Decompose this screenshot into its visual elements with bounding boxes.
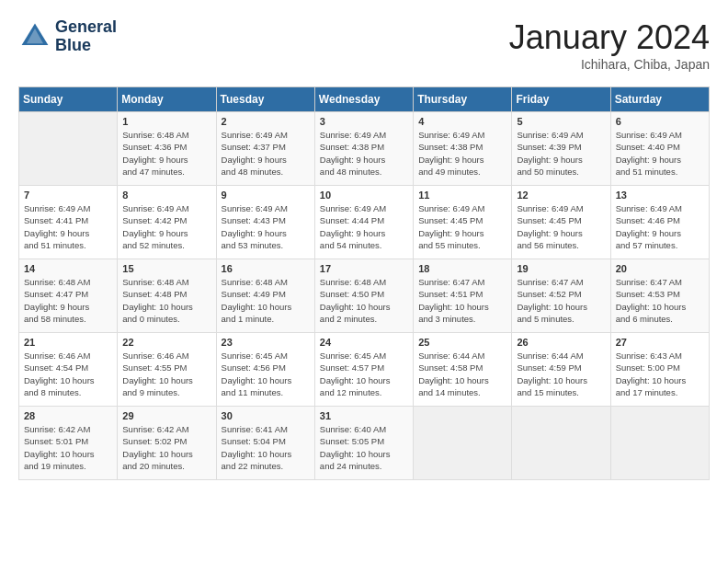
day-info: Sunrise: 6:49 AMSunset: 4:45 PMDaylight:… [418,202,506,251]
day-info: Sunrise: 6:49 AMSunset: 4:44 PMDaylight:… [320,202,408,251]
calendar-week-row: 28Sunrise: 6:42 AMSunset: 5:01 PMDayligh… [19,407,710,480]
calendar-cell: 13Sunrise: 6:49 AMSunset: 4:46 PMDayligh… [610,186,709,259]
logo-text: General Blue [55,18,117,55]
day-info: Sunrise: 6:47 AMSunset: 4:52 PMDaylight:… [517,276,605,325]
day-number: 9 [222,190,310,201]
calendar-cell: 30Sunrise: 6:41 AMSunset: 5:04 PMDayligh… [216,407,314,480]
weekday-header-cell: Monday [118,87,216,112]
day-number: 20 [616,263,704,274]
calendar-cell: 24Sunrise: 6:45 AMSunset: 4:57 PMDayligh… [314,333,413,407]
calendar-cell: 8Sunrise: 6:49 AMSunset: 4:42 PMDaylight… [118,186,216,259]
day-info: Sunrise: 6:48 AMSunset: 4:48 PMDaylight:… [122,276,210,325]
calendar-cell: 27Sunrise: 6:43 AMSunset: 5:00 PMDayligh… [610,333,709,407]
calendar-week-row: 14Sunrise: 6:48 AMSunset: 4:47 PMDayligh… [19,259,710,333]
day-number: 3 [320,116,408,127]
day-number: 11 [418,190,506,201]
day-info: Sunrise: 6:49 AMSunset: 4:38 PMDaylight:… [418,129,506,178]
calendar-cell: 16Sunrise: 6:48 AMSunset: 4:49 PMDayligh… [216,259,314,333]
day-info: Sunrise: 6:49 AMSunset: 4:43 PMDaylight:… [222,202,310,251]
day-info: Sunrise: 6:49 AMSunset: 4:41 PMDaylight:… [24,202,112,251]
title-block: January 2024 Ichihara, Chiba, Japan [509,18,710,72]
calendar-cell: 19Sunrise: 6:47 AMSunset: 4:52 PMDayligh… [512,259,610,333]
calendar-cell [414,407,512,480]
logo-icon [18,20,51,53]
day-number: 6 [616,116,704,127]
calendar-cell: 6Sunrise: 6:49 AMSunset: 4:40 PMDaylight… [610,112,709,186]
day-info: Sunrise: 6:48 AMSunset: 4:50 PMDaylight:… [320,276,408,325]
calendar-cell: 14Sunrise: 6:48 AMSunset: 4:47 PMDayligh… [19,259,118,333]
calendar-cell: 7Sunrise: 6:49 AMSunset: 4:41 PMDaylight… [19,186,118,259]
day-number: 15 [122,263,210,274]
calendar-cell: 31Sunrise: 6:40 AMSunset: 5:05 PMDayligh… [314,407,413,480]
day-info: Sunrise: 6:49 AMSunset: 4:39 PMDaylight:… [517,129,605,178]
day-info: Sunrise: 6:42 AMSunset: 5:02 PMDaylight:… [122,423,210,472]
location: Ichihara, Chiba, Japan [509,57,710,72]
calendar-week-row: 7Sunrise: 6:49 AMSunset: 4:41 PMDaylight… [19,186,710,259]
calendar-cell: 1Sunrise: 6:48 AMSunset: 4:36 PMDaylight… [118,112,216,186]
day-info: Sunrise: 6:45 AMSunset: 4:57 PMDaylight:… [320,350,408,398]
day-number: 24 [320,337,408,348]
calendar-cell: 26Sunrise: 6:44 AMSunset: 4:59 PMDayligh… [512,333,610,407]
day-number: 17 [320,263,408,274]
day-info: Sunrise: 6:44 AMSunset: 4:58 PMDaylight:… [418,350,506,398]
day-info: Sunrise: 6:46 AMSunset: 4:55 PMDaylight:… [122,350,210,398]
day-number: 30 [222,410,310,421]
calendar-cell: 23Sunrise: 6:45 AMSunset: 4:56 PMDayligh… [216,333,314,407]
calendar-cell: 15Sunrise: 6:48 AMSunset: 4:48 PMDayligh… [118,259,216,333]
logo: General Blue [18,18,117,55]
day-info: Sunrise: 6:48 AMSunset: 4:47 PMDaylight:… [24,276,112,325]
calendar-week-row: 21Sunrise: 6:46 AMSunset: 4:54 PMDayligh… [19,333,710,407]
day-info: Sunrise: 6:45 AMSunset: 4:56 PMDaylight:… [222,350,310,398]
weekday-header-cell: Wednesday [314,87,413,112]
day-info: Sunrise: 6:48 AMSunset: 4:36 PMDaylight:… [122,129,210,178]
calendar-body: 1Sunrise: 6:48 AMSunset: 4:36 PMDaylight… [19,112,710,480]
calendar-week-row: 1Sunrise: 6:48 AMSunset: 4:36 PMDaylight… [19,112,710,186]
day-number: 28 [24,410,112,421]
calendar-cell: 25Sunrise: 6:44 AMSunset: 4:58 PMDayligh… [414,333,512,407]
day-number: 10 [320,190,408,201]
calendar-cell: 17Sunrise: 6:48 AMSunset: 4:50 PMDayligh… [314,259,413,333]
calendar-cell: 2Sunrise: 6:49 AMSunset: 4:37 PMDaylight… [216,112,314,186]
day-number: 4 [418,116,506,127]
day-number: 22 [122,337,210,348]
calendar-cell: 20Sunrise: 6:47 AMSunset: 4:53 PMDayligh… [610,259,709,333]
day-number: 19 [517,263,605,274]
calendar-cell: 28Sunrise: 6:42 AMSunset: 5:01 PMDayligh… [19,407,118,480]
day-info: Sunrise: 6:47 AMSunset: 4:51 PMDaylight:… [418,276,506,325]
day-info: Sunrise: 6:49 AMSunset: 4:46 PMDaylight:… [616,202,704,251]
day-number: 16 [222,263,310,274]
calendar-cell: 5Sunrise: 6:49 AMSunset: 4:39 PMDaylight… [512,112,610,186]
day-info: Sunrise: 6:42 AMSunset: 5:01 PMDaylight:… [24,423,112,472]
day-number: 12 [517,190,605,201]
day-number: 18 [418,263,506,274]
calendar-cell: 18Sunrise: 6:47 AMSunset: 4:51 PMDayligh… [414,259,512,333]
calendar-table: SundayMondayTuesdayWednesdayThursdayFrid… [18,86,710,480]
weekday-header-cell: Sunday [19,87,118,112]
day-info: Sunrise: 6:49 AMSunset: 4:45 PMDaylight:… [517,202,605,251]
calendar-cell: 11Sunrise: 6:49 AMSunset: 4:45 PMDayligh… [414,186,512,259]
page-header: General Blue January 2024 Ichihara, Chib… [18,18,710,72]
calendar-cell: 21Sunrise: 6:46 AMSunset: 4:54 PMDayligh… [19,333,118,407]
day-number: 26 [517,337,605,348]
calendar-cell: 29Sunrise: 6:42 AMSunset: 5:02 PMDayligh… [118,407,216,480]
calendar-cell: 10Sunrise: 6:49 AMSunset: 4:44 PMDayligh… [314,186,413,259]
month-title: January 2024 [509,18,710,57]
day-number: 5 [517,116,605,127]
day-number: 13 [616,190,704,201]
day-number: 25 [418,337,506,348]
day-number: 1 [122,116,210,127]
day-info: Sunrise: 6:49 AMSunset: 4:40 PMDaylight:… [616,129,704,178]
weekday-header-cell: Saturday [610,87,709,112]
weekday-header-cell: Tuesday [216,87,314,112]
weekday-header-row: SundayMondayTuesdayWednesdayThursdayFrid… [19,87,710,112]
calendar-cell [512,407,610,480]
day-number: 7 [24,190,112,201]
calendar-cell [19,112,118,186]
weekday-header-cell: Thursday [414,87,512,112]
calendar-cell: 22Sunrise: 6:46 AMSunset: 4:55 PMDayligh… [118,333,216,407]
day-info: Sunrise: 6:48 AMSunset: 4:49 PMDaylight:… [222,276,310,325]
day-number: 23 [222,337,310,348]
day-info: Sunrise: 6:47 AMSunset: 4:53 PMDaylight:… [616,276,704,325]
calendar-cell [610,407,709,480]
day-number: 27 [616,337,704,348]
